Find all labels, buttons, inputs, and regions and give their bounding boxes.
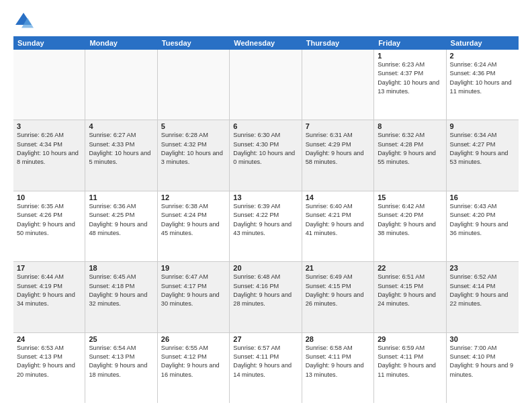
calendar-cell: 15Sunrise: 6:42 AMSunset: 4:20 PMDayligh… bbox=[374, 191, 446, 261]
calendar-week-2: 3Sunrise: 6:26 AMSunset: 4:34 PMDaylight… bbox=[13, 120, 519, 191]
calendar-cell: 10Sunrise: 6:35 AMSunset: 4:26 PMDayligh… bbox=[13, 191, 85, 261]
cell-info: Sunrise: 6:44 AMSunset: 4:19 PMDaylight:… bbox=[17, 273, 81, 308]
cell-info: Sunrise: 6:54 AMSunset: 4:13 PMDaylight:… bbox=[89, 344, 153, 379]
calendar-cell: 7Sunrise: 6:31 AMSunset: 4:29 PMDaylight… bbox=[302, 120, 374, 190]
calendar-body: 1Sunrise: 6:23 AMSunset: 4:37 PMDaylight… bbox=[13, 50, 519, 403]
day-number: 21 bbox=[306, 264, 370, 272]
calendar-cell: 9Sunrise: 6:34 AMSunset: 4:27 PMDaylight… bbox=[447, 120, 519, 190]
calendar-week-3: 10Sunrise: 6:35 AMSunset: 4:26 PMDayligh… bbox=[13, 191, 519, 262]
day-number: 14 bbox=[306, 193, 370, 201]
calendar-cell: 18Sunrise: 6:45 AMSunset: 4:18 PMDayligh… bbox=[85, 262, 157, 332]
day-number: 30 bbox=[450, 335, 515, 343]
page: SundayMondayTuesdayWednesdayThursdayFrid… bbox=[0, 0, 532, 411]
calendar-cell: 14Sunrise: 6:40 AMSunset: 4:21 PMDayligh… bbox=[302, 191, 374, 261]
calendar-cell bbox=[302, 50, 374, 120]
day-number: 23 bbox=[450, 264, 515, 272]
cell-info: Sunrise: 6:35 AMSunset: 4:26 PMDaylight:… bbox=[17, 202, 81, 238]
cell-info: Sunrise: 6:45 AMSunset: 4:18 PMDaylight:… bbox=[89, 273, 153, 308]
calendar-cell: 19Sunrise: 6:47 AMSunset: 4:17 PMDayligh… bbox=[158, 262, 230, 332]
header bbox=[13, 11, 519, 31]
day-number: 12 bbox=[161, 193, 226, 201]
calendar-cell: 2Sunrise: 6:24 AMSunset: 4:36 PMDaylight… bbox=[447, 50, 519, 120]
logo-icon bbox=[13, 11, 34, 31]
day-number: 6 bbox=[233, 122, 298, 130]
day-number: 17 bbox=[17, 264, 81, 272]
header-day-wednesday: Wednesday bbox=[230, 36, 302, 50]
header-day-sunday: Sunday bbox=[13, 36, 85, 50]
cell-info: Sunrise: 6:40 AMSunset: 4:21 PMDaylight:… bbox=[306, 202, 370, 238]
cell-info: Sunrise: 6:57 AMSunset: 4:11 PMDaylight:… bbox=[233, 344, 298, 379]
day-number: 5 bbox=[161, 122, 226, 130]
calendar-cell: 27Sunrise: 6:57 AMSunset: 4:11 PMDayligh… bbox=[230, 333, 302, 403]
day-number: 22 bbox=[378, 264, 442, 272]
cell-info: Sunrise: 6:28 AMSunset: 4:32 PMDaylight:… bbox=[161, 131, 226, 167]
calendar-cell: 20Sunrise: 6:48 AMSunset: 4:16 PMDayligh… bbox=[230, 262, 302, 332]
calendar-cell: 16Sunrise: 6:43 AMSunset: 4:20 PMDayligh… bbox=[447, 191, 519, 261]
day-number: 18 bbox=[89, 264, 153, 272]
day-number: 24 bbox=[17, 335, 81, 343]
cell-info: Sunrise: 6:39 AMSunset: 4:22 PMDaylight:… bbox=[233, 202, 298, 238]
calendar-cell: 8Sunrise: 6:32 AMSunset: 4:28 PMDaylight… bbox=[374, 120, 446, 190]
day-number: 27 bbox=[233, 335, 298, 343]
day-number: 29 bbox=[378, 335, 442, 343]
calendar-cell: 6Sunrise: 6:30 AMSunset: 4:30 PMDaylight… bbox=[230, 120, 302, 190]
calendar-week-4: 17Sunrise: 6:44 AMSunset: 4:19 PMDayligh… bbox=[13, 262, 519, 332]
calendar-cell: 30Sunrise: 7:00 AMSunset: 4:10 PMDayligh… bbox=[447, 333, 519, 403]
calendar-week-1: 1Sunrise: 6:23 AMSunset: 4:37 PMDaylight… bbox=[13, 50, 519, 120]
calendar-cell: 24Sunrise: 6:53 AMSunset: 4:13 PMDayligh… bbox=[13, 333, 85, 403]
day-number: 11 bbox=[89, 193, 153, 201]
day-number: 25 bbox=[89, 335, 153, 343]
calendar-cell: 3Sunrise: 6:26 AMSunset: 4:34 PMDaylight… bbox=[13, 120, 85, 190]
cell-info: Sunrise: 6:52 AMSunset: 4:14 PMDaylight:… bbox=[450, 273, 515, 308]
calendar-cell: 25Sunrise: 6:54 AMSunset: 4:13 PMDayligh… bbox=[85, 333, 157, 403]
calendar-cell: 11Sunrise: 6:36 AMSunset: 4:25 PMDayligh… bbox=[85, 191, 157, 261]
day-number: 8 bbox=[378, 122, 442, 130]
day-number: 4 bbox=[89, 122, 153, 130]
day-number: 2 bbox=[450, 52, 515, 60]
day-number: 20 bbox=[233, 264, 298, 272]
cell-info: Sunrise: 6:38 AMSunset: 4:24 PMDaylight:… bbox=[161, 202, 226, 238]
cell-info: Sunrise: 6:47 AMSunset: 4:17 PMDaylight:… bbox=[161, 273, 226, 308]
calendar-week-5: 24Sunrise: 6:53 AMSunset: 4:13 PMDayligh… bbox=[13, 333, 519, 403]
calendar-cell: 23Sunrise: 6:52 AMSunset: 4:14 PMDayligh… bbox=[447, 262, 519, 332]
calendar-cell: 17Sunrise: 6:44 AMSunset: 4:19 PMDayligh… bbox=[13, 262, 85, 332]
cell-info: Sunrise: 6:26 AMSunset: 4:34 PMDaylight:… bbox=[17, 131, 81, 167]
calendar-cell: 4Sunrise: 6:27 AMSunset: 4:33 PMDaylight… bbox=[85, 120, 157, 190]
day-number: 3 bbox=[17, 122, 81, 130]
day-number: 26 bbox=[161, 335, 226, 343]
cell-info: Sunrise: 6:53 AMSunset: 4:13 PMDaylight:… bbox=[17, 344, 81, 379]
cell-info: Sunrise: 6:31 AMSunset: 4:29 PMDaylight:… bbox=[306, 131, 370, 167]
header-day-saturday: Saturday bbox=[447, 36, 519, 50]
cell-info: Sunrise: 6:23 AMSunset: 4:37 PMDaylight:… bbox=[378, 60, 442, 96]
calendar-cell: 5Sunrise: 6:28 AMSunset: 4:32 PMDaylight… bbox=[158, 120, 230, 190]
header-day-thursday: Thursday bbox=[302, 36, 374, 50]
calendar-cell bbox=[230, 50, 302, 120]
calendar-cell: 13Sunrise: 6:39 AMSunset: 4:22 PMDayligh… bbox=[230, 191, 302, 261]
calendar-cell: 22Sunrise: 6:51 AMSunset: 4:15 PMDayligh… bbox=[374, 262, 446, 332]
cell-info: Sunrise: 6:43 AMSunset: 4:20 PMDaylight:… bbox=[450, 202, 515, 238]
cell-info: Sunrise: 6:42 AMSunset: 4:20 PMDaylight:… bbox=[378, 202, 442, 238]
cell-info: Sunrise: 6:58 AMSunset: 4:11 PMDaylight:… bbox=[306, 344, 370, 379]
day-number: 9 bbox=[450, 122, 515, 130]
day-number: 13 bbox=[233, 193, 298, 201]
day-number: 10 bbox=[17, 193, 81, 201]
day-number: 15 bbox=[378, 193, 442, 201]
calendar-cell bbox=[13, 50, 85, 120]
cell-info: Sunrise: 6:27 AMSunset: 4:33 PMDaylight:… bbox=[89, 131, 153, 167]
cell-info: Sunrise: 6:49 AMSunset: 4:15 PMDaylight:… bbox=[306, 273, 370, 308]
calendar-cell bbox=[158, 50, 230, 120]
calendar-cell: 26Sunrise: 6:55 AMSunset: 4:12 PMDayligh… bbox=[158, 333, 230, 403]
cell-info: Sunrise: 6:24 AMSunset: 4:36 PMDaylight:… bbox=[450, 60, 515, 96]
calendar-cell: 21Sunrise: 6:49 AMSunset: 4:15 PMDayligh… bbox=[302, 262, 374, 332]
header-day-friday: Friday bbox=[374, 36, 446, 50]
cell-info: Sunrise: 6:59 AMSunset: 4:11 PMDaylight:… bbox=[378, 344, 442, 379]
calendar-cell: 1Sunrise: 6:23 AMSunset: 4:37 PMDaylight… bbox=[374, 50, 446, 120]
calendar-cell bbox=[85, 50, 157, 120]
calendar-header: SundayMondayTuesdayWednesdayThursdayFrid… bbox=[13, 36, 519, 50]
logo bbox=[13, 11, 36, 31]
cell-info: Sunrise: 6:30 AMSunset: 4:30 PMDaylight:… bbox=[233, 131, 298, 167]
calendar-cell: 28Sunrise: 6:58 AMSunset: 4:11 PMDayligh… bbox=[302, 333, 374, 403]
cell-info: Sunrise: 6:36 AMSunset: 4:25 PMDaylight:… bbox=[89, 202, 153, 238]
header-day-monday: Monday bbox=[85, 36, 157, 50]
cell-info: Sunrise: 6:48 AMSunset: 4:16 PMDaylight:… bbox=[233, 273, 298, 308]
